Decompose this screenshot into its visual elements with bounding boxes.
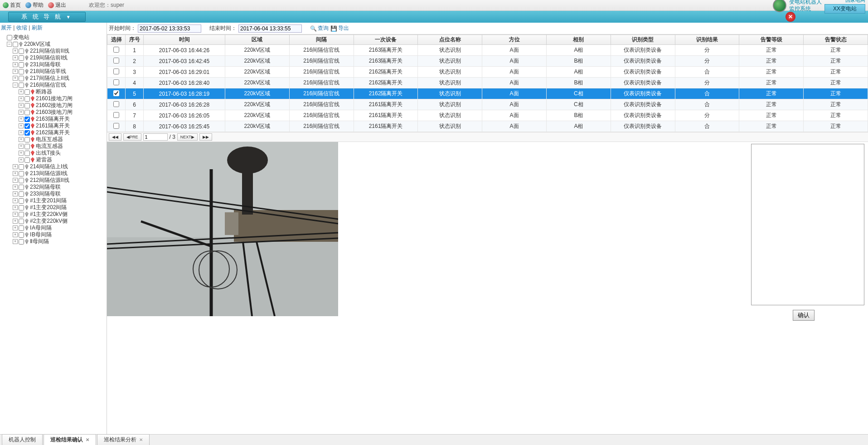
expand-icon[interactable]: +	[19, 89, 24, 94]
tree-checkbox[interactable]	[19, 232, 24, 238]
column-header[interactable]: 告警状态	[804, 35, 868, 45]
tree-checkbox[interactable]	[13, 42, 18, 47]
column-header[interactable]: 一次设备	[354, 35, 418, 45]
end-time-input[interactable]	[238, 24, 302, 33]
tree-checkbox[interactable]	[24, 151, 30, 156]
expand-icon[interactable]: +	[19, 123, 24, 128]
column-header[interactable]: 间隔	[289, 35, 354, 45]
expand-icon[interactable]: +	[13, 171, 18, 176]
table-row[interactable]: 42017-06-03 16:28:40220kV区域216间隔信官线2162隔…	[107, 78, 868, 88]
tree-node[interactable]: 变电站	[0, 34, 107, 41]
tree-node[interactable]: +219间隔信前I线	[0, 54, 107, 61]
tree-checkbox[interactable]	[24, 157, 30, 163]
row-checkbox[interactable]	[113, 68, 119, 74]
collapse-all[interactable]: 收缩	[16, 24, 27, 31]
tree-node[interactable]: +断路器	[0, 88, 107, 95]
expand-icon[interactable]: +	[13, 62, 18, 67]
table-row[interactable]: 82017-06-03 16:25:45220kV区域216间隔信官线2161隔…	[107, 121, 868, 132]
tree-node[interactable]: +2163隔离开关	[0, 116, 107, 122]
page-input[interactable]	[143, 133, 168, 141]
row-checkbox[interactable]	[113, 123, 119, 129]
tree-checkbox[interactable]	[19, 164, 24, 170]
expand-icon[interactable]: +	[13, 164, 18, 169]
tab-result-confirm[interactable]: 巡检结果确认✕	[44, 434, 96, 445]
row-checkbox[interactable]	[113, 47, 119, 53]
tree-node[interactable]: +电流互感器	[0, 143, 107, 150]
tree-checkbox[interactable]	[19, 178, 24, 183]
tree-checkbox[interactable]	[24, 96, 30, 102]
exit-link[interactable]: 退出	[48, 1, 66, 9]
next-page-button[interactable]: NEXT ▶	[177, 133, 198, 141]
expand-icon[interactable]: +	[19, 151, 24, 156]
column-header[interactable]: 选择	[107, 35, 126, 45]
expand-icon[interactable]: +	[13, 205, 18, 210]
tree-checkbox[interactable]	[19, 185, 24, 190]
table-row[interactable]: 22017-06-03 16:42:45220kV区域216间隔信官线2163隔…	[107, 56, 868, 67]
column-header[interactable]: 告警等级	[739, 35, 804, 45]
station-button[interactable]: XX变电站	[824, 4, 865, 14]
expand-icon[interactable]: +	[13, 49, 18, 54]
expand-icon[interactable]: +	[13, 212, 18, 217]
table-row[interactable]: 62017-06-03 16:26:28220kV区域216间隔信官线2161隔…	[107, 99, 868, 110]
expand-all[interactable]: 展开	[1, 24, 12, 31]
export-button[interactable]: 💾导出	[330, 24, 349, 32]
table-row[interactable]: 72017-06-03 16:26:05220kV区域216间隔信官线2161隔…	[107, 110, 868, 121]
expand-icon[interactable]: +	[19, 110, 24, 115]
tree-checkbox[interactable]	[19, 171, 24, 176]
column-header[interactable]: 区域	[225, 35, 290, 45]
close-icon[interactable]: ✕	[139, 437, 143, 442]
tab-robot-control[interactable]: 机器人控制	[2, 434, 43, 445]
first-page-button[interactable]: ◀◀	[109, 133, 121, 141]
tree-node[interactable]: +21602接地刀闸	[0, 102, 107, 109]
expand-icon[interactable]: −	[7, 42, 12, 47]
tree-node[interactable]: +231间隔母联	[0, 61, 107, 68]
close-icon[interactable]: ✕	[86, 437, 89, 442]
tree-checkbox[interactable]	[19, 83, 24, 88]
expand-icon[interactable]: −	[13, 83, 18, 88]
nav-close-button[interactable]: ✕	[786, 12, 795, 22]
row-checkbox[interactable]	[113, 58, 119, 64]
refresh-tree[interactable]: 刷新	[32, 24, 43, 31]
tree-node[interactable]: +ⅠB母间隔	[0, 231, 107, 238]
tree-checkbox[interactable]	[19, 49, 24, 54]
column-header[interactable]: 识别结果	[675, 35, 739, 45]
tree-checkbox[interactable]	[19, 239, 24, 245]
tree-checkbox[interactable]	[24, 123, 30, 129]
expand-icon[interactable]: +	[19, 130, 24, 135]
column-header[interactable]: 识别类型	[611, 35, 675, 45]
tree-checkbox[interactable]	[19, 55, 24, 61]
tree-node[interactable]: +213间隔信源I线	[0, 170, 107, 177]
notes-textarea[interactable]	[751, 144, 864, 305]
expand-icon[interactable]: +	[13, 232, 18, 237]
prev-page-button[interactable]: ◀ PRE	[123, 133, 141, 141]
system-nav-button[interactable]: 系 统 导 航▼	[8, 12, 86, 22]
expand-icon[interactable]: +	[13, 55, 18, 60]
row-checkbox[interactable]	[113, 79, 119, 85]
tab-result-analysis[interactable]: 巡检结果分析✕	[97, 434, 150, 445]
expand-icon[interactable]: +	[13, 225, 18, 230]
tree-node[interactable]: +电压互感器	[0, 136, 107, 143]
tree-node[interactable]: +214间隔信上Ⅰ线	[0, 163, 107, 170]
column-header[interactable]: 方位	[482, 35, 547, 45]
tree-node[interactable]: +#2主变220kV侧	[0, 218, 107, 225]
expand-icon[interactable]: +	[19, 117, 24, 122]
tree-checkbox[interactable]	[19, 219, 24, 224]
expand-icon[interactable]: +	[13, 219, 18, 224]
tree-node[interactable]: +2161隔离开关	[0, 122, 107, 129]
expand-icon[interactable]: +	[19, 137, 24, 142]
help-link[interactable]: 帮助	[25, 1, 44, 9]
table-row[interactable]: 32017-06-03 16:29:01220kV区域216间隔信官线2162隔…	[107, 67, 868, 78]
tree-checkbox[interactable]	[7, 35, 12, 40]
search-button[interactable]: 🔍查询	[310, 24, 329, 32]
tree-node[interactable]: −216间隔信官线	[0, 82, 107, 88]
expand-icon[interactable]: +	[19, 103, 24, 108]
column-header[interactable]: 序号	[126, 35, 144, 45]
table-row[interactable]: 52017-06-03 16:28:19220kV区域216间隔信官线2162隔…	[107, 88, 868, 99]
tree-checkbox[interactable]	[19, 205, 24, 210]
tree-node[interactable]: +2162隔离开关	[0, 129, 107, 136]
tree-node[interactable]: +212间隔信源II线	[0, 177, 107, 184]
row-checkbox[interactable]	[113, 90, 119, 96]
tree-checkbox[interactable]	[24, 144, 30, 149]
tree-checkbox[interactable]	[24, 137, 30, 142]
tree-node[interactable]: +221间隔信前II线	[0, 48, 107, 54]
